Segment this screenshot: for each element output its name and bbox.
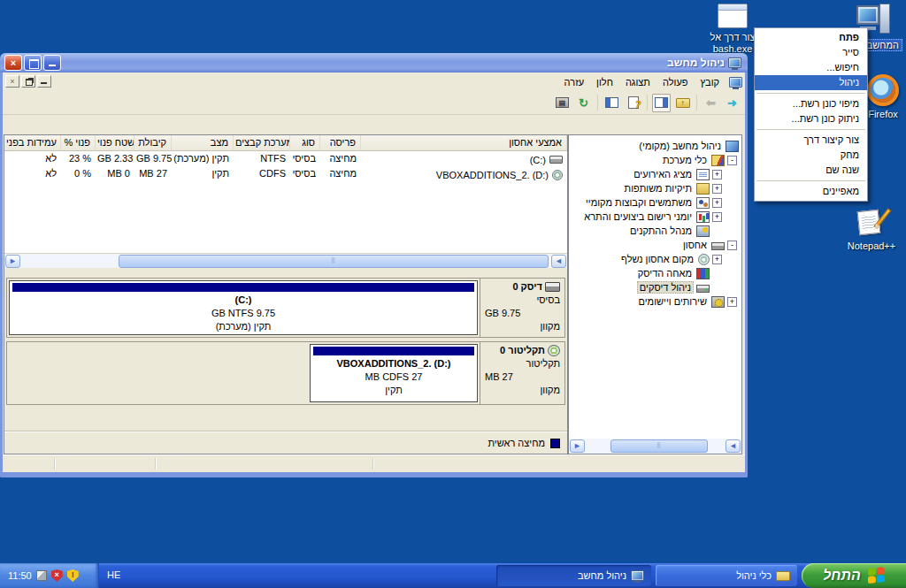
tray-app-icon[interactable] <box>36 570 47 581</box>
disk0-row: דיסק 0 בסיסי GB 9.75 מקוון (C:) GB NTFS … <box>6 278 565 338</box>
cdrom0-info[interactable]: תקליטור 0 תקליטור MB 27 מקוון <box>480 342 564 404</box>
column-header-file-system[interactable]: מערכת קבצים <box>234 135 290 151</box>
column-header-volume[interactable]: אמצעי אחסון <box>361 135 567 151</box>
column-header-pct-free[interactable]: % פנוי <box>61 135 96 151</box>
taskbar-button-admin-tools[interactable]: כלי ניהול <box>656 565 797 586</box>
maximize-button[interactable] <box>24 55 42 71</box>
window-title: ניהול מחשב <box>667 57 725 69</box>
tree-item-local-users-groups[interactable]: + משתמשים וקבוצות מקומיי <box>569 195 739 210</box>
title-bar[interactable]: × ניהול מחשב <box>0 53 748 73</box>
minimize-button[interactable] <box>43 55 61 71</box>
desktop-icon-notepadpp[interactable]: Notepad++ <box>841 207 902 252</box>
scroll-right-button[interactable]: ► <box>570 439 585 453</box>
help-button[interactable]: ? <box>624 94 642 112</box>
mdi-restore-button[interactable] <box>21 75 35 88</box>
tree-item-services-applications[interactable]: + שירותים ויישומים <box>569 294 739 309</box>
partition-c[interactable]: (C:) GB NTFS 9.75 תקין (מערכת) <box>9 280 478 335</box>
back-arrow-icon: ⬅ <box>706 96 716 110</box>
context-menu-delete[interactable]: מחק <box>755 148 867 163</box>
language-indicator[interactable]: HE <box>107 569 120 580</box>
volume-row-d[interactable]: לא 0 % MB 0 MB 27 תקין CDFS בסיסי מחיצה … <box>4 166 567 181</box>
tree-item-disk-management[interactable]: ניהול דיסקים <box>569 280 739 294</box>
list-horizontal-scrollbar[interactable]: ◄ ► <box>4 253 567 268</box>
column-header-fault-tolerance[interactable]: עמידות בפני <box>4 135 61 151</box>
column-header-type[interactable]: סוג <box>290 135 320 151</box>
volume-row-c[interactable]: לא 23 % GB 2.33 GB 9.75 תקין (מערכת) NTF… <box>4 151 567 166</box>
clock[interactable]: 11:50 <box>8 570 32 581</box>
tree-item-shared-folders[interactable]: + תיקיות משותפות <box>569 181 739 195</box>
computer-icon <box>631 570 644 581</box>
menu-file[interactable]: קובץ <box>695 75 726 89</box>
close-button[interactable]: × <box>4 55 22 71</box>
event-viewer-icon <box>696 169 710 180</box>
context-menu-manage[interactable]: ניהול <box>755 75 867 90</box>
tree-item-disk-defragmenter[interactable]: מאחה הדיסק <box>569 266 739 280</box>
context-menu-create-shortcut[interactable]: צור קיצור דרך <box>755 133 867 148</box>
tree-item-performance-logs[interactable]: + יומני רישום ביצועים והתרא <box>569 210 739 224</box>
context-menu-search[interactable]: חיפוש... <box>755 60 867 75</box>
context-menu-map-network-drive[interactable]: מיפוי כונן רשת... <box>755 96 867 111</box>
disk0-info[interactable]: דיסק 0 בסיסי GB 9.75 מקוון <box>480 279 564 337</box>
column-header-status[interactable]: מצב <box>172 135 234 151</box>
tree-item-computer-management[interactable]: ניהול מחשב (מקומי) <box>569 139 739 153</box>
details-pane: עמידות בפני % פנוי שטח פנוי קיבולת מצב מ… <box>4 134 568 454</box>
tree-item-device-manager[interactable]: מנהל ההתקנים <box>569 224 739 238</box>
menu-window[interactable]: חלון <box>590 75 619 89</box>
context-menu-open[interactable]: פתח <box>755 30 867 45</box>
refresh-button[interactable]: ↻ <box>574 94 593 112</box>
tree-item-event-viewer[interactable]: + מציג האירועים <box>569 167 739 181</box>
mdi-close-button[interactable]: × <box>5 75 19 88</box>
window-icon <box>728 57 741 68</box>
context-menu-rename[interactable]: שנה שם <box>755 163 867 178</box>
scroll-right-button[interactable]: ► <box>5 255 20 268</box>
scroll-left-button[interactable]: ◄ <box>551 255 566 268</box>
show-console-tree-button[interactable] <box>652 94 671 112</box>
scrollbar-thumb[interactable] <box>119 255 549 268</box>
scrollbar-thumb[interactable] <box>610 439 708 453</box>
forward-button[interactable]: ➜ <box>723 94 741 112</box>
security-alert-icon[interactable]: × <box>51 569 63 582</box>
context-menu-explore[interactable]: סייר <box>755 45 867 60</box>
collapse-icon[interactable]: - <box>727 241 737 250</box>
bash-window-icon <box>718 4 748 28</box>
up-one-level-button[interactable]: ↑ <box>673 94 692 112</box>
menu-view[interactable]: תצוגה <box>619 75 656 89</box>
column-header-free-space[interactable]: שטח פנוי <box>96 135 134 151</box>
export-icon: ▤ <box>556 97 569 108</box>
properties-panel-button[interactable] <box>603 94 621 112</box>
tree-item-system-tools[interactable]: - כלי מערכת <box>569 153 739 167</box>
security-warning-icon[interactable]: ! <box>67 569 79 582</box>
expand-icon[interactable]: + <box>712 198 722 208</box>
menu-action[interactable]: פעולה <box>656 75 695 89</box>
start-button[interactable]: התחל <box>802 563 906 588</box>
expand-icon[interactable]: + <box>712 184 722 194</box>
expand-icon[interactable]: + <box>712 170 722 179</box>
column-header-capacity[interactable]: קיבולת <box>134 135 172 151</box>
computer-management-window: × ניהול מחשב × קובץ פעולה תצוגה חלון עזר… <box>0 73 748 477</box>
tree-horizontal-scrollbar[interactable]: ◄ ► <box>569 439 741 454</box>
column-header-layout[interactable]: פריסה <box>320 135 361 151</box>
back-button[interactable]: ⬅ <box>702 94 720 112</box>
taskbar-button-computer-management[interactable]: ניהול מחשב <box>496 565 651 586</box>
collapse-icon[interactable]: - <box>727 156 737 165</box>
console-tree-pane: ניהול מחשב (מקומי) - כלי מערכת + מציג הא… <box>568 134 742 454</box>
partition-color-bar <box>313 347 474 355</box>
partition-d[interactable]: VBOXADDITIONS_2. (D:) MB CDFS 27 תקין <box>310 344 478 402</box>
shared-folders-icon <box>696 183 710 195</box>
context-menu-disconnect-network-drive[interactable]: ניתוק כונן רשת... <box>755 111 867 126</box>
menu-help[interactable]: עזרה <box>558 75 590 89</box>
toolbar-separator <box>647 95 648 111</box>
mdi-minimize-button[interactable] <box>37 75 51 88</box>
tree-item-removable-storage[interactable]: + מקום אחסון נשלף <box>569 252 739 266</box>
system-tools-icon <box>711 155 725 166</box>
mdi-system-icon[interactable] <box>729 77 742 88</box>
scroll-left-button[interactable]: ◄ <box>726 439 741 453</box>
context-menu-properties[interactable]: מאפיינים <box>755 184 867 199</box>
primary-partition-color-swatch <box>550 439 560 448</box>
expand-icon[interactable]: + <box>712 212 722 222</box>
expand-icon[interactable]: + <box>727 297 737 307</box>
expand-icon[interactable]: + <box>712 255 722 264</box>
tree-item-storage[interactable]: - אחסון <box>569 238 739 252</box>
status-bar <box>3 454 745 472</box>
export-list-button[interactable]: ▤ <box>553 94 572 112</box>
